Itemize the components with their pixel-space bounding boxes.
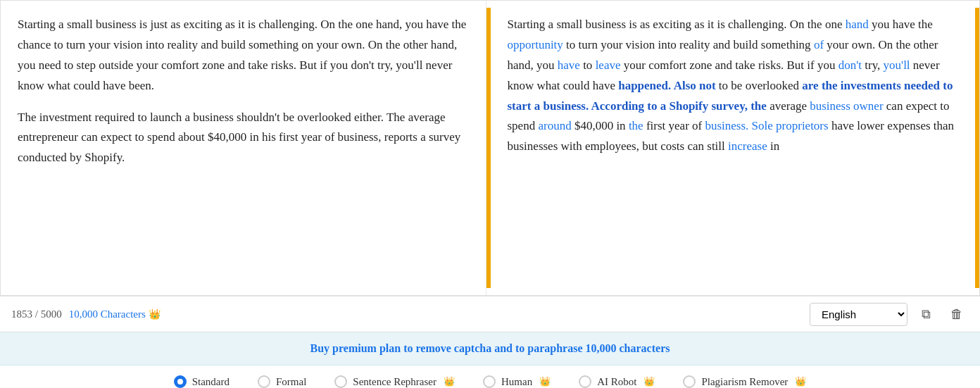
text-plain-2: you have the xyxy=(869,18,933,31)
radio-formal xyxy=(258,375,270,388)
mode-sentence-rephraser-label: Sentence Rephraser xyxy=(353,376,436,388)
text-leave: leave xyxy=(596,58,621,72)
mode-ai-robot-label: AI Robot xyxy=(597,376,636,388)
mode-standard[interactable]: Standard xyxy=(174,375,230,388)
main-content-area: Starting a small business is just as exc… xyxy=(0,0,980,296)
right-text: Starting a small business is as exciting… xyxy=(508,15,959,157)
promo-text: Buy premium plan to remove captcha and t… xyxy=(310,342,670,354)
text-plain-7: try, xyxy=(862,58,884,72)
copy-icon: ⧉ xyxy=(922,307,931,321)
text-the: the xyxy=(629,119,643,132)
radio-sentence-rephraser xyxy=(334,375,347,388)
text-also-not: Also not xyxy=(674,79,716,92)
text-around: around xyxy=(538,119,571,132)
crown-icon: 👑 xyxy=(149,309,161,320)
text-business-owner: business owner xyxy=(810,99,883,113)
crown-plagiarism-remover-icon: 👑 xyxy=(795,376,806,387)
right-paragraph-1: Starting a small business is as exciting… xyxy=(508,15,959,157)
mode-plagiarism-remover-label: Plagiarism Remover xyxy=(701,376,788,388)
radio-human xyxy=(483,375,496,388)
char-count-display: 1853 / 5000 xyxy=(11,308,62,320)
right-output-panel: Starting a small business is as exciting… xyxy=(491,1,976,295)
delete-button[interactable]: 🗑 xyxy=(945,304,969,325)
text-plain-10: average xyxy=(767,99,810,113)
radio-plagiarism-remover xyxy=(683,375,696,388)
text-dont: don't xyxy=(838,58,862,72)
text-increase: increase xyxy=(728,139,767,153)
mode-formal-label: Formal xyxy=(276,376,306,388)
text-plain-12: $40,000 in xyxy=(572,119,629,132)
text-plain-6: your comfort zone and take risks. But if… xyxy=(620,58,838,72)
text-youll: you'll xyxy=(884,58,910,72)
promo-bar: Buy premium plan to remove captcha and t… xyxy=(0,332,980,365)
char-count-section: 1853 / 5000 10,000 Characters 👑 xyxy=(11,308,161,320)
right-divider-bar xyxy=(975,8,979,288)
text-plain-9: to be overlooked xyxy=(716,79,803,92)
mode-human-label: Human xyxy=(501,376,532,388)
crown-human-icon: 👑 xyxy=(539,376,551,387)
text-opportunity: opportunity xyxy=(508,38,563,51)
mode-ai-robot[interactable]: AI Robot 👑 xyxy=(579,375,655,388)
text-plain-1: Starting a small business is as exciting… xyxy=(508,18,846,31)
mode-standard-label: Standard xyxy=(192,376,230,388)
mode-human[interactable]: Human 👑 xyxy=(483,375,551,388)
delete-icon: 🗑 xyxy=(950,307,963,321)
radio-ai-robot xyxy=(579,375,591,388)
radio-standard xyxy=(174,375,187,388)
text-have: have xyxy=(558,58,580,72)
char-limit-text: 10,000 Characters xyxy=(69,308,146,320)
mode-formal[interactable]: Formal xyxy=(258,375,306,388)
bottom-toolbar: 1853 / 5000 10,000 Characters 👑 English … xyxy=(0,296,980,332)
crown-ai-robot-icon: 👑 xyxy=(643,376,655,387)
text-plain-3: to turn your vision into reality and bui… xyxy=(563,38,814,51)
text-hand: hand xyxy=(846,18,869,31)
left-input-panel: Starting a small business is just as exc… xyxy=(1,1,486,295)
text-of: of xyxy=(814,38,824,51)
mode-sentence-rephraser[interactable]: Sentence Rephraser 👑 xyxy=(334,375,455,388)
text-business-sole: business. Sole proprietors xyxy=(705,119,828,132)
language-select[interactable]: English Spanish French German Italian Po… xyxy=(810,303,907,326)
mode-plagiarism-remover[interactable]: Plagiarism Remover 👑 xyxy=(683,375,806,388)
text-plain-15: in xyxy=(767,139,779,153)
promo-link[interactable]: Buy premium plan to remove captcha and t… xyxy=(310,342,670,354)
left-text: Starting a small business is just as exc… xyxy=(18,15,469,168)
copy-button[interactable]: ⧉ xyxy=(916,304,936,325)
text-plain-13: first year of xyxy=(643,119,705,132)
left-paragraph-1: Starting a small business is just as exc… xyxy=(18,15,469,96)
modes-bar: Standard Formal Sentence Rephraser 👑 Hum… xyxy=(0,365,980,388)
char-limit-link[interactable]: 10,000 Characters 👑 xyxy=(69,308,161,320)
text-plain-5: to xyxy=(580,58,596,72)
crown-sentence-rephraser-icon: 👑 xyxy=(444,376,455,387)
bottom-bar-right: English Spanish French German Italian Po… xyxy=(810,303,969,326)
text-happened: happened. xyxy=(618,79,673,92)
left-paragraph-2: The investment required to launch a busi… xyxy=(18,108,469,169)
